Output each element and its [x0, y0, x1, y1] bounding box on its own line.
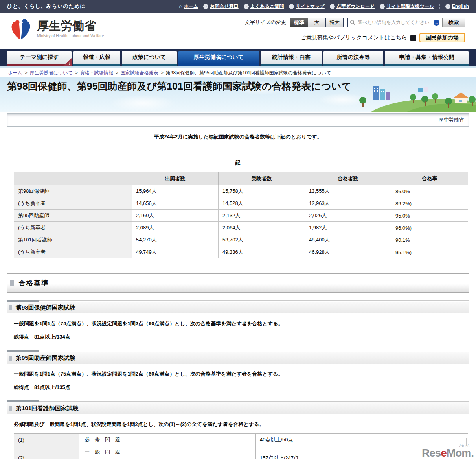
nav-tab-1[interactable]: 報道・広報 — [73, 51, 120, 66]
section-separator — [7, 351, 469, 352]
note-mark: 記 — [0, 159, 476, 166]
font-size-button-特大[interactable]: 特大 — [325, 18, 343, 27]
table-row: (うち新卒者14,656人14,528人12,963人89.2%) — [14, 197, 468, 210]
separator-accent — [7, 350, 39, 352]
watermark-logo: ReseMom. — [422, 447, 474, 459]
results-header-row: 出願者数受験者数合格者数合格率 — [14, 172, 468, 185]
search-input[interactable] — [357, 19, 434, 26]
section-description: 必修問題及び一般問題を1問1点、状況設定問題を1問2点とし、次の(1)～(2)の… — [14, 421, 476, 428]
header: 厚生労働省 Ministry of Health, Labour and Wel… — [0, 13, 476, 49]
results-value-cell: 14,528人 — [219, 197, 305, 210]
arrow-circle-icon: → — [445, 4, 450, 9]
criteria-section-1: 第95回助産師国家試験一般問題を1問1点（75点満点）、状況設定問題を1問2点（… — [0, 351, 476, 391]
criteria-subject-cell: 一 般 問 題 — [79, 446, 256, 458]
results-header-cell — [14, 172, 132, 185]
criteria-no-cell: (2) — [14, 446, 79, 459]
results-header-cell: 受験者数 — [219, 172, 305, 185]
breadcrumb-link-1[interactable]: 厚生労働省について — [30, 70, 73, 76]
table-row: (うち新卒者49,749人49,336人46,928人95.1%) — [14, 246, 468, 258]
results-value-cell: 15,964人 — [132, 185, 219, 197]
divider — [439, 4, 440, 9]
results-header-cell: 合格者数 — [305, 172, 391, 185]
results-label-cell: 第101回看護師 — [14, 234, 132, 246]
criteria-section-0: 第98回保健師国家試験一般問題を1問1点（74点満点）、状況設定問題を1問2点（… — [0, 300, 476, 341]
results-value-cell: 54,270人 — [132, 234, 219, 246]
breadcrumb-current: 第98回保健師、第95回助産師及び第101回看護師国家試験の合格発表について — [166, 70, 331, 76]
arrow-circle-icon: → — [203, 4, 208, 9]
page-title: 第98回保健師、第95回助産師及び第101回看護師国家試験の合格発表について — [7, 80, 351, 93]
header-tools: 文字サイズの変更 標準大特大 → 検索 — [245, 18, 465, 27]
participation-button[interactable]: 国民参加の場 — [419, 33, 465, 42]
nav-tab-5[interactable]: 所管の法令等 — [323, 51, 383, 66]
site-subtitle: Ministry of Health, Labour and Welfare — [37, 34, 104, 38]
arrow-circle-icon: → — [380, 4, 385, 9]
results-value-cell: 1,982人 — [305, 222, 391, 234]
results-value-cell: 2,160人 — [132, 210, 219, 222]
topbar-link-2[interactable]: →よくあるご質問 — [244, 3, 284, 10]
topbar-link-label: サイトマップ — [296, 3, 325, 10]
nav-tab-4[interactable]: 統計情報・白書 — [261, 51, 322, 66]
topbar-link-label: 点字ダウンロード — [336, 3, 375, 10]
results-label-cell: (うち新卒者 — [14, 222, 132, 234]
results-label-cell: (うち新卒者 — [14, 246, 132, 258]
breadcrumb-separator: > — [116, 70, 118, 76]
results-value-cell: 14,656人 — [132, 197, 219, 210]
results-value-cell: 96.0%) — [391, 222, 468, 234]
nav-tab-6[interactable]: 申請・募集・情報公開 — [385, 51, 469, 66]
table-row: 第95回助産師2,160人2,132人2,026人95.0% — [14, 210, 468, 222]
results-value-cell: 12,963人 — [305, 197, 391, 210]
results-value-cell: 48,400人 — [305, 234, 391, 246]
page: ひと、くらし、みらいのために ⌂ホーム→お問合せ窓口→よくあるご質問→サイトマッ… — [0, 0, 476, 459]
separator-accent — [7, 400, 39, 402]
breadcrumb-separator: > — [25, 70, 28, 76]
topbar-link-3[interactable]: →サイトマップ — [289, 3, 325, 10]
topbar-link-1[interactable]: →お問合せ窓口 — [203, 3, 239, 10]
results-header-cell: 合格率 — [391, 172, 468, 185]
topbar-link-5[interactable]: →サイト閲覧支援ツール — [380, 3, 434, 10]
topbar-links: ⌂ホーム→お問合せ窓口→よくあるご質問→サイトマップ→点字ダウンロード→サイト閲… — [179, 3, 469, 10]
section-score-line: 総得点 81点以上/135点 — [14, 384, 476, 391]
breadcrumb-link-3[interactable]: 国家試験合格発表 — [121, 70, 158, 76]
table-row: (うち新卒者2,089人2,064人1,982人96.0%) — [14, 222, 468, 234]
breadcrumb-link-0[interactable]: ホーム — [8, 70, 22, 76]
mhlw-logo-icon — [9, 17, 32, 41]
search-go-arrow-icon[interactable]: → — [434, 20, 439, 26]
section-description: 一般問題を1問1点（75点満点）、状況設定問題を1問2点（60点満点）とし、次の… — [14, 371, 476, 378]
resemom-watermark: リセマム ReseMom. — [422, 444, 474, 459]
nav-tab-3[interactable]: 厚生労働省について — [178, 51, 259, 66]
criteria-sections: 第98回保健師国家試験一般問題を1問1点（74点満点）、状況設定問題を1問2点（… — [0, 300, 476, 428]
results-value-cell: 95.0% — [391, 210, 468, 222]
criteria-heading: 合格基準 — [7, 273, 469, 293]
font-size-button-標準[interactable]: 標準 — [290, 18, 308, 27]
results-value-cell: 95.1%) — [391, 246, 468, 258]
topbar-link-4[interactable]: →点字ダウンロード — [330, 3, 375, 10]
section-heading-label: 第101回看護師国家試験 — [16, 405, 79, 412]
criteria-section-2: 第101回看護師国家試験必修問題及び一般問題を1問1点、状況設定問題を1問2点と… — [0, 401, 476, 428]
section-separator — [7, 300, 469, 302]
section-heading: 第98回保健師国家試験 — [7, 302, 469, 313]
font-size-button-大[interactable]: 大 — [308, 18, 325, 27]
criteria-heading-label: 合格基準 — [19, 278, 49, 288]
breadcrumb-link-2[interactable]: 資格・試験情報 — [80, 70, 113, 76]
section-separator — [7, 401, 469, 402]
font-size-label: 文字サイズの変更 — [245, 19, 286, 26]
section-heading-label: 第95回助産師国家試験 — [16, 354, 75, 362]
square-marker-icon — [9, 305, 12, 310]
nav-tab-2[interactable]: 政策について — [122, 51, 177, 66]
square-marker-icon — [10, 280, 14, 286]
results-value-cell: 49,336人 — [219, 246, 305, 258]
topbar: ひと、くらし、みらいのために ⌂ホーム→お問合せ窓口→よくあるご質問→サイトマッ… — [0, 0, 476, 13]
results-label-cell: (うち新卒者 — [14, 197, 132, 210]
results-label-cell: 第98回保健師 — [14, 185, 132, 197]
topbar-link-0[interactable]: ⌂ホーム — [179, 3, 198, 10]
opinion-text: ご意見募集やパブリックコメントはこちら — [301, 34, 407, 41]
breadcrumb: ホーム>厚生労働省について>資格・試験情報>国家試験合格発表>第98回保健師、第… — [0, 68, 476, 77]
topbar-link-6[interactable]: →English — [445, 4, 469, 9]
results-value-cell: 90.1% — [391, 234, 468, 246]
breadcrumb-separator: > — [161, 70, 164, 76]
site-logo[interactable]: 厚生労働省 Ministry of Health, Labour and Wel… — [9, 17, 104, 41]
search-box: → — [347, 18, 441, 27]
search-button[interactable]: 検索 — [442, 18, 465, 27]
arrow-square-icon: → — [410, 35, 416, 41]
nav-tab-0[interactable]: テーマ別に探す↓ — [7, 51, 72, 66]
